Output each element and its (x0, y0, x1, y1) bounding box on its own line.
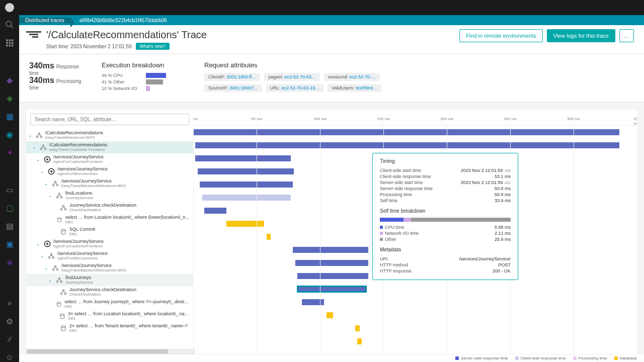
span-bar[interactable] (193, 129, 619, 135)
caret-icon[interactable]: ⌄ (36, 241, 41, 246)
span-bar[interactable] (327, 312, 333, 318)
nav-icon-4[interactable]: ◉ (5, 130, 14, 139)
tree-row[interactable]: 2× select … from Tenant tenant0_ where t… (26, 322, 193, 334)
nav-icon-2[interactable]: ◈ (5, 94, 14, 103)
breakdown-title: Execution breakdown (102, 61, 192, 69)
breakdown-row: 41 % Other (102, 79, 192, 84)
attr-chip[interactable]: URL: ec2-52-70-63-19… (266, 84, 324, 92)
horizontal-scrollbar[interactable] (26, 349, 195, 354)
search-input[interactable] (30, 114, 189, 125)
logo-icon[interactable] (5, 3, 14, 12)
search-icon[interactable] (5, 20, 14, 29)
span-bar[interactable] (198, 168, 294, 174)
caret-icon[interactable]: ⌄ (48, 278, 53, 283)
svg-point-12 (36, 136, 38, 138)
tree-row[interactable]: ⌄/services/JourneyServiceEasyTravelBacke… (26, 177, 193, 190)
span-bar[interactable] (200, 182, 293, 188)
span-bar[interactable] (267, 234, 271, 240)
tree-row[interactable]: ⌄/CalculateRecommendationsEasyTravelWebs… (26, 129, 193, 141)
span-bar[interactable] (357, 338, 362, 344)
tree-row[interactable]: ⌄/services/JourneyServicenginxForMicrose… (26, 165, 193, 177)
caret-icon[interactable]: ⌄ (36, 157, 41, 162)
nav-icon-9[interactable]: ▣ (5, 239, 14, 248)
user-icon[interactable]: ☺ (5, 353, 14, 362)
svg-point-43 (57, 302, 61, 304)
svg-point-32 (48, 257, 50, 258)
svc-icon (51, 179, 59, 188)
svc-icon (55, 276, 63, 284)
attrs-title: Request attributes (204, 61, 634, 69)
svg-point-35 (52, 269, 54, 270)
tree-row[interactable]: select … from Journey journey0_ where ?>… (26, 298, 193, 310)
tree-row[interactable]: ⌄/services/JourneyServicenginxForCustome… (26, 153, 193, 165)
caret-icon[interactable]: ⌄ (28, 133, 33, 138)
attr-chip[interactable]: ValidUsers: text/html… (328, 84, 381, 92)
expand-icon[interactable]: » (5, 299, 14, 308)
attr-chip[interactable]: sessionid: ec2-52-70-… (324, 73, 380, 81)
tree-row[interactable]: 3× select … from Location location0_ whe… (26, 310, 193, 322)
nav-icon-3[interactable]: ▦ (5, 112, 14, 121)
caret-icon[interactable]: ⌄ (44, 181, 49, 186)
caret-icon[interactable]: ⌄ (44, 265, 49, 270)
tree-row[interactable]: ⌄/services/JourneyServicenginxForCustome… (26, 238, 193, 250)
time-tick: 300 ms (567, 117, 580, 121)
tree-row[interactable]: ⌄/services/JourneyServicenginxForMicrose… (26, 250, 193, 262)
tree-row[interactable]: ⌄/CalculateRecommendationseasyTravel Cus… (26, 141, 193, 153)
svc-icon (59, 288, 67, 296)
summary-panel: 340msResponse time 340msProcessing time … (19, 54, 644, 103)
span-bar[interactable] (202, 195, 291, 201)
caret-icon[interactable]: ⌄ (48, 193, 53, 198)
tree-row[interactable]: ⌄/services/JourneyServiceEasyTravelBacke… (26, 262, 193, 274)
span-bar[interactable] (295, 260, 369, 266)
timeline-content: ⌄/CalculateRecommendationsEasyTravelWebs… (26, 110, 637, 362)
attr-chip[interactable]: SourceIP: 2001:1800:f… (204, 84, 262, 92)
svg-line-1 (11, 26, 13, 28)
span-bar[interactable] (204, 208, 226, 214)
more-button[interactable]: … (619, 29, 634, 42)
span-bar[interactable] (297, 286, 366, 292)
breakdown-row: 49 % CPU (102, 73, 192, 78)
span-bar[interactable] (302, 299, 324, 305)
svg-rect-6 (9, 42, 11, 44)
svc-icon (47, 252, 55, 260)
nav-icon-6[interactable]: ▭ (5, 185, 14, 194)
attr-chip[interactable]: ClientIP: 2001:1800:ff… (204, 73, 260, 81)
tree-row[interactable]: JourneyService.checkDestinationCheckDest… (26, 202, 193, 214)
tree-row[interactable]: ⌄findJourneysJourneyService (26, 274, 193, 286)
legend-footer: Server-side response timeClient-side res… (19, 354, 644, 362)
find-remote-button[interactable]: Find in remote environments (459, 29, 542, 42)
span-bar[interactable] (195, 155, 291, 161)
svg-point-34 (54, 265, 56, 267)
tree-row[interactable]: SQL CommitDB1 (26, 226, 193, 238)
nav-icon-10[interactable]: ◈ (5, 257, 14, 266)
caret-icon[interactable]: ⌄ (40, 253, 45, 258)
timing-title: Timing (380, 158, 511, 164)
attr-chip[interactable]: pageei: ec2-52-70-63… (264, 73, 320, 81)
span-bar[interactable] (293, 247, 368, 253)
whats-new-badge[interactable]: What's new? (136, 43, 170, 50)
breadcrumb-id[interactable]: a99b426b6b6bc522b4cb1f4570dabb06 (70, 18, 173, 23)
apps-icon[interactable] (5, 38, 14, 47)
view-logs-button[interactable]: View logs for this trace (547, 29, 615, 42)
span-bar[interactable] (297, 273, 368, 279)
span-bar[interactable] (226, 221, 264, 227)
svg-point-42 (64, 293, 66, 295)
tree-row[interactable]: select … from Location location0_ where … (26, 214, 193, 226)
chart-icon[interactable]: ⫽ (5, 335, 14, 344)
caret-icon[interactable]: ⌄ (32, 145, 37, 150)
settings-icon[interactable]: ⚙ (5, 317, 14, 326)
nav-icon-7[interactable]: ▢ (5, 203, 14, 212)
svg-rect-3 (9, 39, 11, 41)
breadcrumb-root[interactable]: Distributed traces (19, 18, 70, 23)
nav-icon-8[interactable]: ▤ (5, 221, 14, 230)
svg-point-45 (61, 326, 65, 327)
caret-icon[interactable]: ⌄ (40, 169, 45, 174)
tree-row[interactable]: JourneyService.checkDestinationCheckDest… (26, 286, 193, 298)
nav-icon-5[interactable]: ✦ (5, 148, 14, 157)
span-bar[interactable] (355, 325, 360, 331)
nav-icon-1[interactable]: ◆ (5, 75, 14, 84)
svg-point-15 (40, 148, 42, 150)
span-bar[interactable] (195, 142, 619, 148)
db-icon (59, 228, 67, 236)
tree-row[interactable]: ⌄findLocationsJourneyService (26, 190, 193, 202)
